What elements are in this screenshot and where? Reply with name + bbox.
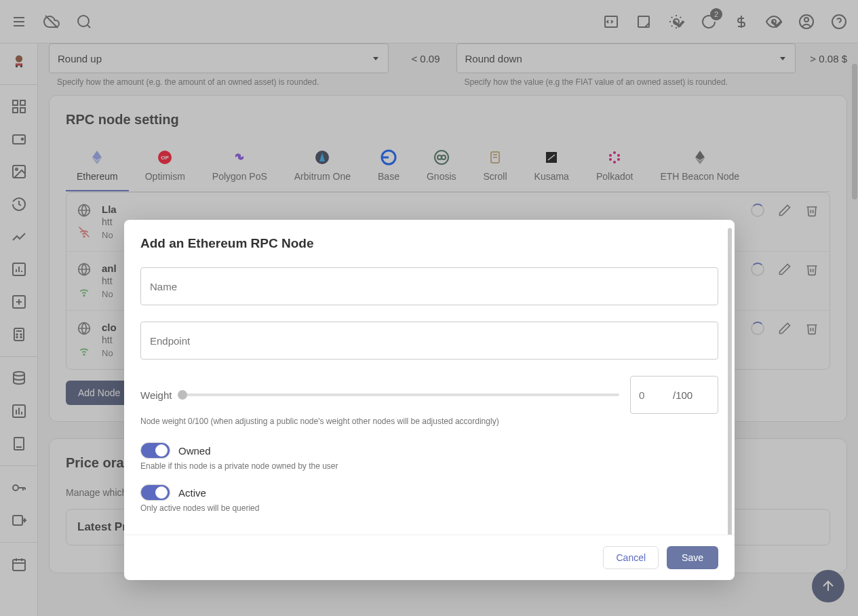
add-node-dialog: Add an Ethereum RPC Node Name Endpoint W… [124, 220, 735, 580]
owned-hint: Enable if this node is a private node ow… [140, 461, 718, 471]
toggle-thumb [155, 486, 168, 499]
active-toggle-row: Active [140, 484, 718, 501]
endpoint-field: Endpoint [140, 322, 718, 360]
weight-label: Weight [140, 389, 172, 401]
name-field: Name [140, 267, 718, 305]
dialog-title: Add an Ethereum RPC Node [140, 236, 718, 251]
toggle-thumb [155, 444, 168, 457]
cancel-button[interactable]: Cancel [603, 546, 659, 569]
owned-toggle-row: Owned [140, 442, 718, 459]
owned-label: Owned [178, 445, 211, 457]
weight-slider[interactable] [182, 393, 619, 396]
endpoint-input[interactable] [140, 322, 718, 360]
owned-toggle[interactable] [140, 442, 170, 459]
active-label: Active [178, 487, 206, 499]
dialog-footer: Cancel Save [124, 535, 735, 580]
name-input[interactable] [140, 267, 718, 305]
weight-hint: Node weight 0/100 (when adjusting a publ… [140, 417, 718, 426]
dialog-scrollbar[interactable] [728, 228, 732, 535]
weight-suffix: /100 [673, 389, 693, 401]
slider-thumb[interactable] [178, 390, 187, 400]
weight-row: Weight /100 [140, 376, 718, 414]
dialog-body: Add an Ethereum RPC Node Name Endpoint W… [124, 220, 735, 535]
weight-input-wrap: /100 [630, 376, 718, 414]
active-hint: Only active nodes will be queried [140, 503, 718, 513]
save-button[interactable]: Save [667, 546, 718, 569]
weight-input[interactable] [639, 389, 673, 401]
active-toggle[interactable] [140, 484, 170, 501]
